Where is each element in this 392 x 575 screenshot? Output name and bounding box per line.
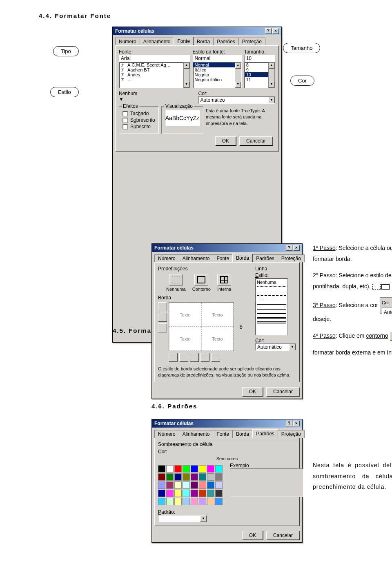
color-swatch[interactable] — [174, 498, 182, 505]
pattern-combo[interactable]: ▼ — [158, 515, 207, 522]
color-swatch[interactable] — [191, 473, 198, 481]
close-button[interactable]: × — [293, 245, 300, 251]
border-preview[interactable]: TextoTexto TextoTexto — [169, 302, 234, 351]
close-button[interactable]: × — [293, 421, 300, 426]
color-swatch[interactable] — [183, 490, 190, 497]
font-input[interactable]: Arial — [119, 55, 190, 62]
style-list[interactable]: Normal Itálico Negrito Negrito itálico — [193, 62, 235, 88]
border-bottom-button[interactable] — [211, 353, 220, 362]
check-subscrito[interactable]: Subscrito — [122, 124, 155, 129]
tab-padroes[interactable]: Padrões — [252, 254, 278, 262]
border-bottom-button[interactable] — [200, 353, 209, 362]
color-swatch[interactable] — [199, 481, 206, 489]
tab-numero[interactable]: Número — [115, 38, 140, 45]
color-swatch[interactable] — [174, 490, 182, 497]
border-side-button[interactable] — [158, 313, 167, 322]
color-swatch[interactable] — [158, 498, 165, 505]
tab-protecao[interactable]: Proteção — [238, 38, 265, 45]
border-bottom-button[interactable] — [169, 353, 178, 362]
border-side-button[interactable] — [158, 302, 167, 311]
tab-padroes[interactable]: Padrões — [252, 429, 278, 438]
size-list[interactable]: 8 9 10 11 — [245, 62, 268, 88]
color-swatch[interactable] — [191, 498, 198, 505]
color-swatch[interactable] — [183, 473, 190, 481]
color-swatch[interactable] — [166, 498, 174, 505]
color-grid[interactable] — [158, 465, 223, 505]
tab-fonte[interactable]: Fonte — [174, 37, 194, 45]
ok-button[interactable]: OK — [215, 136, 236, 145]
color-swatch[interactable] — [166, 473, 174, 481]
color-swatch[interactable] — [183, 465, 190, 472]
tab-borda[interactable]: Borda — [232, 254, 253, 262]
color-swatch[interactable] — [199, 498, 206, 505]
color-swatch[interactable] — [191, 481, 198, 489]
cancel-button[interactable]: Cancelar — [266, 387, 300, 396]
color-swatch[interactable] — [158, 481, 165, 489]
color-swatch[interactable] — [183, 481, 190, 489]
no-color[interactable]: Sem cores — [158, 456, 296, 461]
color-swatch[interactable] — [191, 465, 198, 472]
help-button[interactable]: ? — [286, 245, 292, 251]
border-side-button[interactable] — [158, 323, 167, 332]
color-swatch[interactable] — [215, 473, 223, 481]
style-input[interactable]: Normal — [193, 55, 242, 62]
color-swatch[interactable] — [207, 473, 214, 481]
color-swatch[interactable] — [215, 490, 223, 497]
border-bottom-button[interactable] — [190, 353, 199, 362]
color-swatch[interactable] — [199, 473, 206, 481]
color-swatch[interactable] — [158, 473, 165, 481]
tab-borda[interactable]: Borda — [193, 38, 214, 45]
color-swatch[interactable] — [166, 481, 174, 489]
ok-button[interactable]: OK — [242, 531, 263, 540]
tab-protecao[interactable]: Proteção — [278, 254, 305, 262]
color-swatch[interactable] — [207, 465, 214, 472]
border-bottom-button[interactable] — [179, 353, 188, 362]
color-swatch[interactable] — [183, 498, 190, 505]
color-swatch[interactable] — [215, 498, 223, 505]
help-button[interactable]: ? — [286, 421, 292, 426]
tab-numero[interactable]: Número — [154, 430, 179, 438]
border-color-combo[interactable]: Automático▼ — [255, 343, 296, 351]
line-style-list[interactable]: Nenhuma — [255, 278, 288, 335]
color-swatch[interactable] — [174, 481, 182, 489]
color-swatch[interactable] — [158, 465, 165, 472]
check-sobrescrito[interactable]: Sobrescrito — [122, 117, 155, 123]
tab-fonte[interactable]: Fonte — [213, 254, 233, 262]
tab-protecao[interactable]: Proteção — [278, 430, 305, 438]
tab-alinhamento[interactable]: Alinhamento — [179, 254, 214, 262]
check-tachado[interactable]: Tachado — [122, 111, 155, 116]
predef-interna[interactable] — [217, 274, 231, 285]
ok-button[interactable]: OK — [242, 387, 263, 396]
scrollbar[interactable]: ▲▼ — [183, 62, 190, 88]
tab-fonte[interactable]: Fonte — [213, 430, 233, 438]
font-list[interactable]: TA.C.M.E. Secret Ag… TAachen BT TAndes T… — [119, 62, 183, 88]
color-swatch[interactable] — [207, 498, 214, 505]
close-button[interactable]: × — [272, 28, 279, 34]
color-combo[interactable]: Automático▼ — [198, 96, 276, 104]
color-swatch[interactable] — [166, 465, 174, 472]
color-swatch[interactable] — [166, 490, 174, 497]
tab-borda[interactable]: Borda — [232, 430, 253, 438]
color-swatch[interactable] — [199, 490, 206, 497]
help-button[interactable]: ? — [265, 28, 272, 34]
cancel-button[interactable]: Cancelar — [239, 136, 273, 145]
scrollbar[interactable]: ▲▼ — [268, 62, 275, 88]
tab-numero[interactable]: Número — [154, 254, 179, 262]
color-swatch[interactable] — [199, 465, 206, 472]
tab-padroes[interactable]: Padrões — [213, 38, 239, 45]
color-swatch[interactable] — [174, 473, 182, 481]
tab-alinhamento[interactable]: Alinhamento — [179, 430, 214, 438]
color-swatch[interactable] — [191, 490, 198, 497]
color-swatch[interactable] — [158, 490, 165, 497]
color-swatch[interactable] — [215, 481, 223, 489]
color-swatch[interactable] — [207, 481, 214, 489]
color-swatch[interactable] — [215, 465, 223, 472]
predef-nenhuma[interactable] — [169, 274, 183, 285]
color-swatch[interactable] — [174, 465, 182, 472]
scrollbar[interactable]: ▲▼ — [235, 62, 241, 88]
color-swatch[interactable] — [207, 490, 214, 497]
size-input[interactable]: 10 — [244, 55, 275, 62]
cancel-button[interactable]: Cancelar — [266, 531, 300, 540]
predef-contorno[interactable] — [194, 274, 208, 285]
tab-alinhamento[interactable]: Alinhamento — [140, 38, 174, 45]
